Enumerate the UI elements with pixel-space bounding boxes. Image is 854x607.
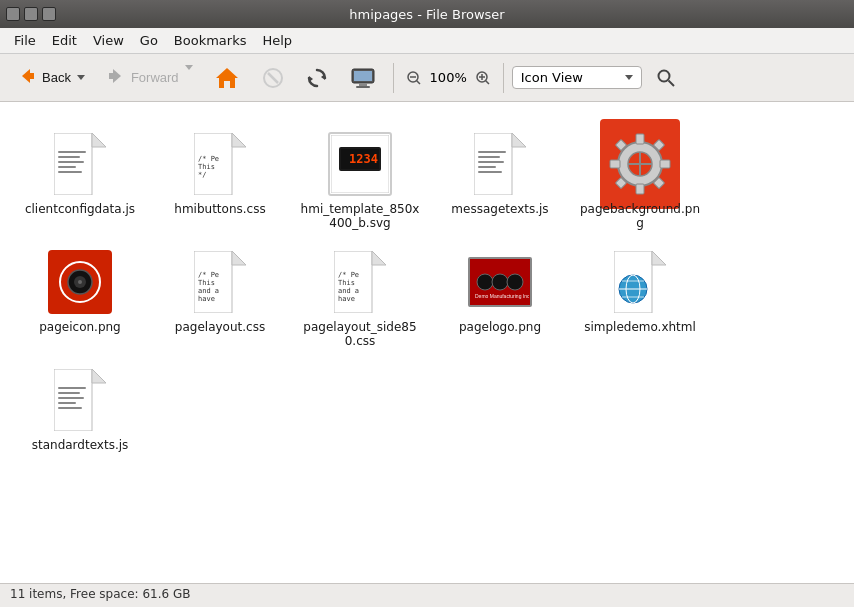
back-arrow-icon <box>16 65 38 90</box>
svg-rect-89 <box>58 397 84 399</box>
forward-dropdown-icon[interactable] <box>183 70 193 85</box>
zoom-out-button[interactable] <box>402 66 426 90</box>
menu-view[interactable]: View <box>85 31 132 50</box>
menu-file[interactable]: File <box>6 31 44 50</box>
back-dropdown-icon[interactable] <box>75 75 85 80</box>
file-label-pagelogo: pagelogo.png <box>459 320 541 334</box>
menu-edit[interactable]: Edit <box>44 31 85 50</box>
file-label-pagelayout-side: pagelayout_side850.css <box>300 320 420 348</box>
svg-rect-41 <box>478 156 500 158</box>
file-label-standardtexts: standardtexts.js <box>32 438 129 452</box>
svg-rect-11 <box>359 83 367 86</box>
zoom-in-button[interactable] <box>471 66 495 90</box>
file-item-pagelayout-side[interactable]: /* Pe This and a have pagelayout_side850… <box>290 240 430 358</box>
svg-rect-42 <box>478 161 504 163</box>
svg-point-20 <box>658 70 669 81</box>
svg-marker-30 <box>232 133 246 147</box>
file-grid: clientconfigdata.js /* Pe This */ hmibut… <box>10 122 844 462</box>
svg-text:This: This <box>198 163 215 171</box>
forward-button[interactable]: Forward <box>97 61 201 94</box>
svg-rect-87 <box>58 387 86 389</box>
menu-bookmarks[interactable]: Bookmarks <box>166 31 255 50</box>
file-item-clientconfigdata[interactable]: clientconfigdata.js <box>10 122 150 240</box>
svg-point-76 <box>507 274 523 290</box>
file-item-pagebackground[interactable]: pagebackground.png <box>570 122 710 240</box>
view-dropdown-arrow <box>625 75 633 80</box>
svg-text:/* Pe: /* Pe <box>198 155 219 163</box>
view-selector[interactable]: Icon View <box>512 66 642 89</box>
svg-rect-50 <box>660 160 670 168</box>
forward-label: Forward <box>131 70 179 85</box>
svg-preview-icon: 1234 <box>328 132 392 196</box>
svg-marker-4 <box>216 68 238 88</box>
back-button[interactable]: Back <box>8 61 93 94</box>
minimize-button[interactable] <box>24 7 38 21</box>
svg-text:This: This <box>338 279 355 287</box>
file-icon-messagetexts <box>468 132 532 196</box>
file-item-pagelayout[interactable]: /* Pe This and a have pagelayout.css <box>150 240 290 358</box>
reload-button[interactable] <box>297 62 337 94</box>
stop-button[interactable] <box>253 62 293 94</box>
file-icon-pageicon <box>48 250 112 314</box>
svg-rect-43 <box>478 166 496 168</box>
forward-icon <box>105 65 127 90</box>
svg-rect-91 <box>58 407 82 409</box>
search-button[interactable] <box>650 62 682 94</box>
svg-rect-88 <box>58 392 80 394</box>
zoom-in-icon <box>475 70 491 86</box>
menu-help[interactable]: Help <box>254 31 300 50</box>
svg-text:This: This <box>198 279 215 287</box>
svg-marker-68 <box>372 251 386 265</box>
svg-marker-39 <box>512 133 526 147</box>
svg-rect-49 <box>610 160 620 168</box>
file-label-clientconfigdata: clientconfigdata.js <box>25 202 135 216</box>
maximize-button[interactable] <box>42 7 56 21</box>
file-label-messagetexts: messagetexts.js <box>451 202 548 216</box>
menu-go[interactable]: Go <box>132 31 166 50</box>
zoom-value: 100% <box>430 70 467 85</box>
file-item-hmi-template[interactable]: 1234 hmi_template_850x400_b.svg <box>290 122 430 240</box>
svg-rect-38 <box>474 133 512 195</box>
svg-marker-62 <box>232 251 246 265</box>
file-item-pageicon[interactable]: pageicon.png <box>10 240 150 358</box>
window-controls[interactable] <box>6 7 56 21</box>
svg-text:*/: */ <box>198 171 206 179</box>
file-icon-hmibuttons: /* Pe This */ <box>188 132 252 196</box>
svg-text:and a: and a <box>198 287 219 295</box>
file-label-pageicon: pageicon.png <box>39 320 121 334</box>
file-label-hmi-template: hmi_template_850x400_b.svg <box>300 202 420 230</box>
file-item-messagetexts[interactable]: messagetexts.js <box>430 122 570 240</box>
toolbar-separator-2 <box>503 63 504 93</box>
file-icon-simpledemo <box>608 250 672 314</box>
svg-rect-26 <box>58 161 84 163</box>
svg-rect-85 <box>54 369 92 431</box>
svg-line-21 <box>668 80 674 86</box>
file-icon-clientconfigdata <box>48 132 112 196</box>
svg-text:have: have <box>338 295 355 303</box>
file-icon-pagelogo: Demo Manufacturing Inc. <box>468 250 532 314</box>
home-button[interactable] <box>205 60 249 96</box>
toolbar: Back Forward <box>0 54 854 102</box>
file-item-pagelogo[interactable]: Demo Manufacturing Inc. pagelogo.png <box>430 240 570 358</box>
forward-arrow-down <box>185 65 193 85</box>
back-label: Back <box>42 70 71 85</box>
file-item-simpledemo[interactable]: simpledemo.xhtml <box>570 240 710 358</box>
file-icon-standardtexts <box>48 368 112 432</box>
computer-icon <box>349 64 377 92</box>
file-icon-pagebackground <box>608 132 672 196</box>
file-item-standardtexts[interactable]: standardtexts.js <box>10 358 150 462</box>
status-bar: 11 items, Free space: 61.6 GB <box>0 583 854 607</box>
svg-rect-1 <box>30 73 34 79</box>
svg-marker-8 <box>309 76 313 82</box>
svg-rect-12 <box>356 86 370 88</box>
svg-marker-23 <box>92 133 106 147</box>
svg-marker-7 <box>321 74 325 80</box>
svg-text:1234: 1234 <box>349 152 378 166</box>
reload-icon <box>305 66 329 90</box>
file-item-hmibuttons[interactable]: /* Pe This */ hmibuttons.css <box>150 122 290 240</box>
computer-button[interactable] <box>341 60 385 96</box>
close-button[interactable] <box>6 7 20 21</box>
file-label-pagebackground: pagebackground.png <box>580 202 700 230</box>
svg-point-75 <box>492 274 508 290</box>
svg-text:/* Pe: /* Pe <box>338 271 359 279</box>
